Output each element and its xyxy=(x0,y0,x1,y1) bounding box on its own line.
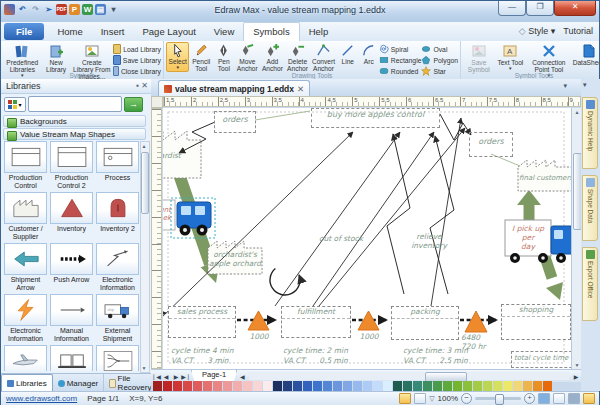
tab-dynamic-help[interactable]: Dynamic Help xyxy=(582,97,598,169)
tab-home[interactable]: Home xyxy=(48,22,91,41)
shape-item-electronic-information-2[interactable]: Electronic Information xyxy=(3,294,48,344)
palette-color[interactable] xyxy=(423,381,432,391)
library-go-button[interactable]: → xyxy=(124,97,143,112)
library-color-button[interactable]: ▾ xyxy=(4,97,26,112)
sidebar-scroll-thumb[interactable] xyxy=(141,152,149,214)
node-orders-left[interactable]: orders xyxy=(214,111,256,133)
green-shipment-arrow-up[interactable] xyxy=(517,190,541,220)
loop-arrow[interactable] xyxy=(270,269,300,296)
palette-color[interactable] xyxy=(273,381,282,391)
pen-tool-button[interactable]: Pen Tool xyxy=(213,42,235,73)
palette-color[interactable] xyxy=(443,381,452,391)
polygon-tool-button[interactable]: Polygon xyxy=(421,55,458,65)
palette-color[interactable] xyxy=(383,381,392,391)
document-tab[interactable]: value stream mapping 1.eddx ✕ xyxy=(158,80,310,96)
document-close-icon[interactable]: ✕ xyxy=(297,84,304,94)
pan-tool-icon[interactable] xyxy=(568,393,580,404)
oval-tool-button[interactable]: Oval xyxy=(421,44,458,54)
library-search-input[interactable] xyxy=(28,96,122,112)
shape-item-customer-supplier[interactable]: Customer / Supplier xyxy=(3,192,48,242)
tab-insert[interactable]: Insert xyxy=(92,22,134,41)
shape-item-push-arrow[interactable]: Push Arrow xyxy=(49,243,94,293)
panel-close-icon[interactable]: ✕ xyxy=(141,81,148,90)
shape-item-production-control-2[interactable]: Production Control 2 xyxy=(49,141,94,191)
palette-color[interactable] xyxy=(283,381,292,391)
palette-color[interactable] xyxy=(213,381,222,391)
palette-color[interactable] xyxy=(153,381,162,391)
section-backgrounds[interactable]: Backgrounds xyxy=(3,115,146,127)
palette-color[interactable] xyxy=(343,381,352,391)
palette-color[interactable] xyxy=(203,381,212,391)
select-tool-button[interactable]: Select▾ xyxy=(166,42,189,72)
prev-page-icon[interactable]: ◀ xyxy=(161,373,171,380)
palette-color[interactable] xyxy=(163,381,172,391)
spiral-tool-button[interactable]: Spiral xyxy=(379,44,422,54)
palette-color[interactable] xyxy=(503,381,512,391)
palette-color[interactable] xyxy=(403,381,412,391)
shape-item-external-shipment[interactable]: ship External Shipment xyxy=(95,294,140,344)
panel-tab-manager[interactable]: Manager xyxy=(53,374,105,392)
palette-color[interactable] xyxy=(543,381,552,391)
horizontal-scrollbar[interactable] xyxy=(249,372,569,380)
sidebar-scrollbar[interactable]: ▲ ▼ xyxy=(140,141,150,373)
tab-page-layout[interactable]: Page Layout xyxy=(133,22,204,41)
scroll-down-icon[interactable]: ▼ xyxy=(141,365,147,371)
palette-color[interactable] xyxy=(333,381,342,391)
palette-color[interactable] xyxy=(513,381,522,391)
view-normal-icon[interactable] xyxy=(399,393,411,404)
shape-item-process[interactable]: Process xyxy=(95,141,140,191)
close-button[interactable]: ✕ xyxy=(554,1,596,16)
add-anchor-button[interactable]: Add Anchor xyxy=(260,42,285,73)
shape-item-inventory-2[interactable]: Inventory 2 xyxy=(95,192,140,242)
palette-color[interactable] xyxy=(523,381,532,391)
hscroll-right-icon[interactable]: ▶ xyxy=(571,373,581,380)
style-button[interactable]: ◇ Style ▾ xyxy=(519,26,555,36)
scroll-down-icon[interactable]: ▼ xyxy=(574,362,580,368)
minimize-button[interactable]: — xyxy=(498,1,526,16)
palette-color[interactable] xyxy=(183,381,192,391)
view-filter-icon[interactable]: ▽ xyxy=(429,395,434,403)
palette-color[interactable] xyxy=(463,381,472,391)
process-box-fulfillment[interactable]: fulfillment xyxy=(281,306,351,338)
palette-color[interactable] xyxy=(433,381,442,391)
node-orders-right[interactable]: orders xyxy=(469,132,513,157)
panel-strip-dropdown-icon[interactable]: ▾ xyxy=(583,81,587,89)
palette-color[interactable] xyxy=(373,381,382,391)
shape-item-merge[interactable] xyxy=(95,345,140,371)
save-symbol-button[interactable]: Save Symbol xyxy=(463,42,495,74)
edrawsoft-link[interactable]: www.edrawsoft.com xyxy=(6,394,77,403)
drawing-page[interactable]: orders buy more apples control orders to… xyxy=(163,108,571,369)
palette-color[interactable] xyxy=(303,381,312,391)
delete-anchor-button[interactable]: Delete Anchor xyxy=(285,42,310,73)
palette-color[interactable] xyxy=(173,381,182,391)
text-tool-button[interactable]: A Text Tool▾ xyxy=(495,42,527,73)
view-page-icon[interactable] xyxy=(414,393,426,404)
tab-shape-data[interactable]: Shape Data xyxy=(582,175,598,241)
zoom-slider-thumb[interactable] xyxy=(495,394,504,405)
tab-symbols[interactable]: Symbols xyxy=(243,22,299,41)
section-vsm-shapes[interactable]: Value Stream Map Shapes xyxy=(3,128,146,140)
load-library-button[interactable]: Load Library xyxy=(113,44,161,54)
last-page-icon[interactable]: ▶❘ xyxy=(181,373,191,380)
shape-item-inventory[interactable]: Inventory xyxy=(49,192,94,242)
process-box-shopping[interactable]: shopping xyxy=(501,304,571,340)
palette-color[interactable] xyxy=(533,381,542,391)
palette-color[interactable] xyxy=(413,381,422,391)
zoom-tool-icon[interactable] xyxy=(553,393,565,404)
palette-color[interactable] xyxy=(223,381,232,391)
tab-view[interactable]: View xyxy=(205,22,243,41)
scroll-up-icon[interactable]: ▲ xyxy=(141,143,147,149)
palette-color[interactable] xyxy=(253,381,262,391)
fit-page-icon[interactable] xyxy=(538,393,550,404)
shape-item-warehouse[interactable] xyxy=(49,345,94,371)
maximize-button[interactable]: ❐ xyxy=(526,1,554,16)
process-box-packing[interactable]: packing xyxy=(391,306,459,340)
shape-item-plane-shipment[interactable] xyxy=(3,345,48,371)
panel-tab-libraries[interactable]: Libraries xyxy=(1,374,53,392)
arc-tool-button[interactable]: Arc xyxy=(359,42,379,66)
zoom-out-icon[interactable]: − xyxy=(461,393,472,404)
fullscreen-icon[interactable] xyxy=(583,393,595,404)
tab-file[interactable]: File xyxy=(4,23,44,40)
line-tool-button[interactable]: Line xyxy=(337,42,359,66)
palette-color[interactable] xyxy=(243,381,252,391)
